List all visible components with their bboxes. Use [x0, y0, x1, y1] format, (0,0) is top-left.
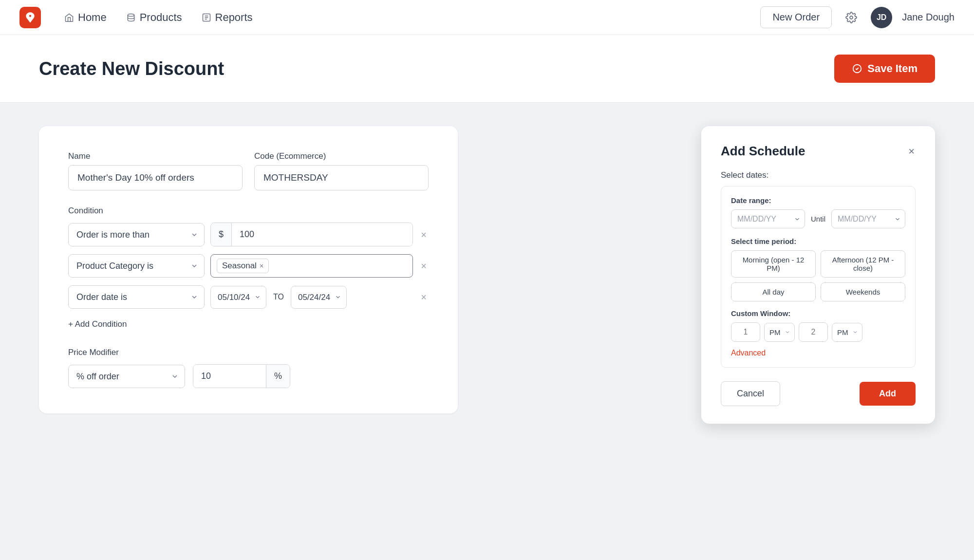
price-value-wrap: %	[193, 364, 290, 388]
price-modifier-type-select[interactable]: % off order $ off order % off product	[68, 365, 185, 388]
nav-reports-label: Reports	[215, 11, 253, 24]
schedule-title: Add Schedule	[721, 144, 805, 159]
select-dates-label: Select dates:	[721, 170, 916, 180]
products-icon	[126, 13, 136, 22]
seasonal-tag: Seasonal ×	[217, 259, 269, 273]
date-range-box: Date range: MM/DD/YY Until MM/DD/YY Sele…	[721, 186, 916, 368]
save-item-button[interactable]: Save Item	[834, 55, 935, 83]
tag-close-button[interactable]: ×	[260, 262, 263, 269]
schedule-footer: Cancel Add	[721, 381, 916, 406]
remove-condition-button-1[interactable]: ×	[419, 228, 429, 242]
nav-reports[interactable]: Reports	[194, 7, 261, 28]
custom-window-label: Custom Window:	[731, 309, 905, 317]
time-period-grid: Morning (open - 12 PM) Afternoon (12 PM …	[731, 250, 905, 301]
form-card: Name Code (Ecommerce) Condition Order is…	[39, 126, 458, 413]
svg-point-2	[850, 16, 853, 19]
custom-from-period-select[interactable]: PM AM	[764, 323, 795, 342]
nav-links: Home Products Reports	[56, 7, 760, 28]
nav-home[interactable]: Home	[56, 7, 114, 28]
condition-row-1: Order is more than Order is less than Pr…	[68, 223, 429, 246]
avatar: JD	[871, 7, 892, 28]
custom-to-period-select[interactable]: PM AM	[832, 323, 862, 342]
time-period-allday[interactable]: All day	[731, 282, 816, 301]
navbar: Home Products Reports New Order JD Jane …	[0, 0, 974, 35]
close-schedule-button[interactable]: ×	[907, 145, 916, 158]
tag-input-wrap[interactable]: Seasonal ×	[210, 254, 413, 278]
condition-row-3: Order date is Order is more than Product…	[68, 285, 429, 309]
condition-row-2: Product Category is Order is more than O…	[68, 254, 429, 278]
time-period-weekends[interactable]: Weekends	[821, 282, 905, 301]
price-suffix: %	[266, 365, 290, 388]
settings-button[interactable]	[842, 8, 861, 27]
condition-type-select-2[interactable]: Product Category is Order is more than O…	[68, 254, 205, 278]
time-period-label: Select time period:	[731, 237, 905, 245]
condition-value-input-1[interactable]	[232, 223, 412, 246]
schedule-panel: Add Schedule × Select dates: Date range:…	[701, 126, 935, 424]
page-title: Create New Discount	[39, 58, 224, 79]
navbar-right: New Order JD Jane Dough	[760, 6, 955, 28]
to-date-input[interactable]: MM/DD/YY	[831, 209, 905, 228]
advanced-link[interactable]: Advanced	[731, 349, 766, 357]
name-input[interactable]	[68, 165, 243, 190]
custom-from-input[interactable]	[731, 322, 760, 342]
currency-prefix: $	[211, 223, 232, 246]
conditions-section: Condition Order is more than Order is le…	[68, 206, 429, 332]
condition-type-select-3[interactable]: Order date is Order is more than Product…	[68, 285, 205, 309]
from-date-input[interactable]: MM/DD/YY	[731, 209, 805, 228]
name-code-row: Name Code (Ecommerce)	[68, 151, 429, 190]
nav-products[interactable]: Products	[118, 7, 190, 28]
reports-icon	[202, 13, 211, 22]
price-modifier-label: Price Modifier	[68, 348, 429, 357]
time-period-afternoon[interactable]: Afternoon (12 PM - close)	[821, 250, 905, 278]
condition-label: Condition	[68, 206, 429, 216]
app-logo[interactable]	[19, 7, 41, 28]
home-icon	[64, 13, 74, 22]
custom-window-row: PM AM PM AM	[731, 322, 905, 342]
gear-icon	[845, 12, 857, 23]
date-range-row-label: Date range:	[731, 196, 905, 205]
remove-condition-button-2[interactable]: ×	[419, 259, 429, 273]
condition-type-select-1[interactable]: Order is more than Order is less than Pr…	[68, 223, 205, 246]
page-header: Create New Discount Save Item	[0, 35, 974, 103]
name-group: Name	[68, 151, 243, 190]
remove-condition-button-3[interactable]: ×	[419, 290, 429, 304]
to-label: TO	[271, 293, 286, 301]
code-input[interactable]	[254, 165, 429, 190]
price-modifier-section: Price Modifier % off order $ off order %…	[68, 348, 429, 388]
save-item-label: Save Item	[867, 62, 918, 75]
time-period-morning[interactable]: Morning (open - 12 PM)	[731, 250, 816, 278]
date-range-inputs: MM/DD/YY Until MM/DD/YY	[731, 209, 905, 228]
nav-home-label: Home	[78, 11, 107, 24]
name-label: Name	[68, 151, 243, 161]
code-group: Code (Ecommerce)	[254, 151, 429, 190]
from-date-select[interactable]: 05/10/24	[210, 286, 266, 309]
price-modifier-row: % off order $ off order % off product %	[68, 364, 429, 388]
price-value-input[interactable]	[193, 365, 266, 388]
to-date-select[interactable]: 05/24/24	[291, 286, 347, 309]
save-icon	[852, 63, 862, 74]
new-order-button[interactable]: New Order	[760, 6, 832, 28]
date-range-wrap: 05/10/24 TO 05/24/24	[210, 286, 413, 309]
schedule-header: Add Schedule ×	[721, 144, 916, 159]
main-content: Name Code (Ecommerce) Condition Order is…	[0, 103, 974, 437]
user-name: Jane Dough	[902, 12, 955, 23]
condition-value-wrap-1: $	[210, 223, 413, 246]
custom-to-input[interactable]	[799, 322, 828, 342]
seasonal-tag-label: Seasonal	[222, 261, 257, 271]
svg-point-0	[128, 14, 134, 16]
until-label: Until	[811, 215, 825, 223]
code-label: Code (Ecommerce)	[254, 151, 429, 161]
add-condition-button[interactable]: + Add Condition	[68, 317, 127, 332]
nav-products-label: Products	[140, 11, 182, 24]
cancel-button[interactable]: Cancel	[721, 381, 780, 406]
add-button[interactable]: Add	[860, 382, 916, 406]
